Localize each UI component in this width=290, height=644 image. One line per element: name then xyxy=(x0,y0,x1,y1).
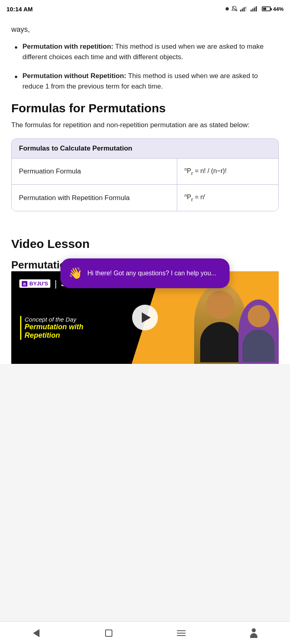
video-chat-wrap: 👋 Hi there! Got any questions? I can hel… xyxy=(11,271,279,364)
person-body xyxy=(250,633,257,638)
svg-rect-6 xyxy=(251,10,252,11)
side-body xyxy=(242,330,275,362)
formula-label-2: Permutation with Repetition Formula xyxy=(12,185,177,211)
menu-line xyxy=(177,630,186,631)
section-title: Formulas for Permutations xyxy=(11,101,279,115)
formula-label-1: Permuation Formula xyxy=(12,159,177,185)
chat-text: Hi there! Got any questions? I can help … xyxy=(87,268,216,278)
silent-icon xyxy=(231,6,238,12)
bullet-term-2: Permutation without Repetition: xyxy=(23,72,126,80)
svg-rect-1 xyxy=(240,10,241,11)
menu-button[interactable] xyxy=(173,625,189,641)
brand-divider: | xyxy=(54,279,57,289)
section-intro: The formulas for repetition and non-repe… xyxy=(11,120,279,130)
svg-text:LTE: LTE xyxy=(244,7,246,9)
list-item: • Permutation without Repetition: This m… xyxy=(14,71,279,92)
menu-line xyxy=(177,635,186,636)
status-time: 10:14 AM xyxy=(6,6,33,12)
menu-icon xyxy=(177,630,186,636)
table-row: Permuation Formula nPr = n! / (n−r)! xyxy=(12,159,278,185)
bottom-nav xyxy=(0,621,290,644)
formula-table: Permuation Formula nPr = n! / (n−r)! Per… xyxy=(12,159,278,211)
formula-table-wrapper: Formulas to Calculate Permutation Permua… xyxy=(11,138,279,211)
back-button[interactable] xyxy=(28,625,44,641)
main-content: ways, • Permutation with repetition: Thi… xyxy=(0,18,290,229)
concept-of-day: Concept of the Day xyxy=(25,316,76,323)
svg-rect-2 xyxy=(242,8,243,11)
video-section: Video Lesson Permutation and Combination… xyxy=(0,229,290,364)
play-button[interactable] xyxy=(132,305,158,330)
teacher-body xyxy=(200,322,240,362)
byju-logo: B BYJU'S xyxy=(19,279,50,288)
svg-rect-9 xyxy=(256,6,257,12)
menu-line xyxy=(177,633,186,634)
teacher-image-side xyxy=(238,299,279,364)
chat-bubble[interactable]: 👋 Hi there! Got any questions? I can hel… xyxy=(60,258,230,288)
concept-highlight: Permutation withRepetition xyxy=(25,323,83,340)
side-head xyxy=(248,305,270,327)
status-bar: 10:14 AM LTE 44% xyxy=(0,0,290,18)
play-triangle-icon xyxy=(142,312,151,323)
battery-icon xyxy=(262,6,271,11)
bullet-term-1: Permutation with repetition: xyxy=(23,43,114,50)
table-row: Permutation with Repetition Formula nPr … xyxy=(12,185,278,211)
chat-wave-icon: 👋 xyxy=(68,265,83,282)
signal-icon: LTE xyxy=(240,6,248,12)
home-button[interactable] xyxy=(101,625,117,641)
svg-text:B: B xyxy=(23,282,26,286)
svg-rect-7 xyxy=(252,8,253,11)
accessibility-icon xyxy=(250,628,257,638)
accessibility-button[interactable] xyxy=(246,625,262,641)
bullet-dot: • xyxy=(14,70,18,84)
formula-table-header: Formulas to Calculate Permutation xyxy=(12,139,278,159)
formula-value-2: nPr = nr xyxy=(177,185,278,211)
back-icon xyxy=(33,629,39,637)
bottom-spacer xyxy=(0,364,290,396)
signal-icon2 xyxy=(251,6,259,12)
intro-text: ways, xyxy=(11,24,279,35)
video-section-title: Video Lesson xyxy=(11,237,279,251)
home-icon xyxy=(105,630,112,637)
concept-label: Concept of the Day Permutation withRepet… xyxy=(20,316,83,340)
svg-rect-8 xyxy=(254,7,255,11)
bullet-list: • Permutation with repetition: This meth… xyxy=(11,41,279,92)
network-dot xyxy=(226,7,229,10)
list-item: • Permutation with repetition: This meth… xyxy=(14,41,279,63)
status-icons: LTE 44% xyxy=(226,6,284,12)
bullet-text-2: Permutation without Repetition: This met… xyxy=(23,71,279,92)
bullet-text-1: Permutation with repetition: This method… xyxy=(23,41,279,63)
person-head xyxy=(252,628,256,632)
bullet-dot: • xyxy=(14,41,18,54)
teacher-head xyxy=(206,291,234,319)
formula-value-1: nPr = n! / (n−r)! xyxy=(177,159,278,185)
battery-percent: 44% xyxy=(273,6,284,12)
